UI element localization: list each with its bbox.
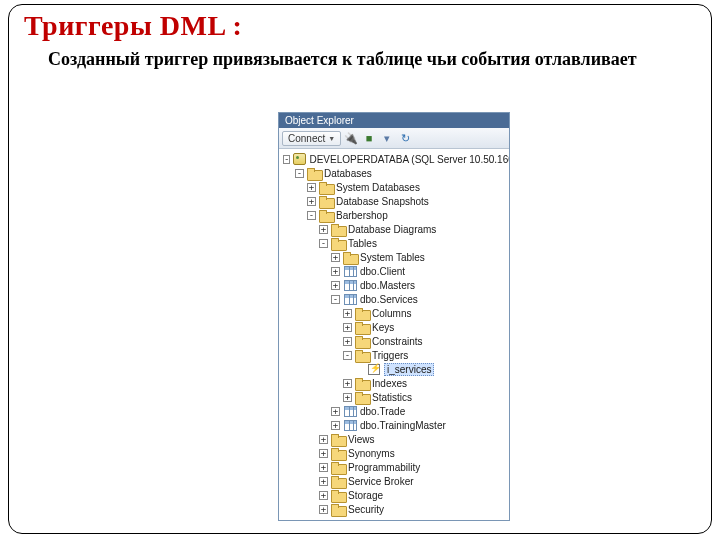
expand-icon[interactable]: +	[343, 337, 352, 346]
tree-item[interactable]: +dbo.Masters	[279, 278, 509, 292]
tree-item[interactable]: +Synonyms	[279, 446, 509, 460]
spacer	[355, 365, 364, 374]
table-icon	[343, 405, 357, 417]
tree-item-label: dbo.Trade	[360, 406, 405, 417]
tree-item[interactable]: +Columns	[279, 306, 509, 320]
expand-icon[interactable]: +	[319, 463, 328, 472]
expand-icon[interactable]: +	[319, 477, 328, 486]
tree-item[interactable]: +Views	[279, 432, 509, 446]
plug-icon[interactable]: 🔌	[343, 130, 359, 146]
folder-icon	[331, 489, 345, 501]
tree-item[interactable]: -DEVELOPERDATABA (SQL Server 10.50.1600 …	[279, 152, 509, 166]
folder-icon	[355, 377, 369, 389]
chevron-down-icon: ▼	[328, 135, 335, 142]
connect-label: Connect	[288, 133, 325, 144]
folder-icon	[343, 251, 357, 263]
folder-icon	[331, 237, 345, 249]
expand-icon[interactable]: +	[319, 449, 328, 458]
expand-icon[interactable]: +	[343, 323, 352, 332]
expand-icon[interactable]: +	[319, 435, 328, 444]
collapse-icon[interactable]: -	[319, 239, 328, 248]
tree-item[interactable]: +Programmability	[279, 460, 509, 474]
table-icon	[343, 265, 357, 277]
tree-item[interactable]: -Tables	[279, 236, 509, 250]
tree-item[interactable]: +Security	[279, 502, 509, 516]
expand-icon[interactable]: +	[307, 183, 316, 192]
expand-icon[interactable]: +	[343, 393, 352, 402]
tree-item[interactable]: +Keys	[279, 320, 509, 334]
tree-item-label: dbo.TrainingMaster	[360, 420, 446, 431]
expand-icon[interactable]: +	[319, 505, 328, 514]
folder-icon	[319, 181, 333, 193]
panel-toolbar: Connect ▼ 🔌 ■ ▾ ↻	[279, 128, 509, 149]
collapse-icon[interactable]: -	[307, 211, 316, 220]
tree-item-label: DEVELOPERDATABA (SQL Server 10.50.1600 -…	[309, 154, 509, 165]
tree-item[interactable]: +Service Broker	[279, 474, 509, 488]
folder-icon	[319, 195, 333, 207]
tree-item[interactable]: +Constraints	[279, 334, 509, 348]
tree-item-label: System Tables	[360, 252, 425, 263]
tree-item-label: Keys	[372, 322, 394, 333]
expand-icon[interactable]: +	[331, 421, 340, 430]
tree-view[interactable]: -DEVELOPERDATABA (SQL Server 10.50.1600 …	[279, 149, 509, 520]
expand-icon[interactable]: +	[331, 281, 340, 290]
folder-icon	[307, 167, 321, 179]
folder-icon	[331, 223, 345, 235]
tree-item[interactable]: +Indexes	[279, 376, 509, 390]
tree-item[interactable]: -Barbershop	[279, 208, 509, 222]
tree-item-label: Databases	[324, 168, 372, 179]
refresh-icon[interactable]: ↻	[397, 130, 413, 146]
tree-item[interactable]: i_services	[279, 362, 509, 376]
tree-item-label: Triggers	[372, 350, 408, 361]
tree-item[interactable]: +Storage	[279, 488, 509, 502]
expand-icon[interactable]: +	[319, 491, 328, 500]
tree-item[interactable]: +System Databases	[279, 180, 509, 194]
db-icon[interactable]: ■	[361, 130, 377, 146]
tree-item[interactable]: +dbo.Trade	[279, 404, 509, 418]
tree-item-label: dbo.Masters	[360, 280, 415, 291]
expand-icon[interactable]: +	[319, 225, 328, 234]
tree-item-label: Security	[348, 504, 384, 515]
collapse-icon[interactable]: -	[283, 155, 290, 164]
tree-item[interactable]: +Statistics	[279, 390, 509, 404]
tree-item-label: System Databases	[336, 182, 420, 193]
table-icon	[343, 419, 357, 431]
tree-item-label: dbo.Client	[360, 266, 405, 277]
tree-item[interactable]: +dbo.Client	[279, 264, 509, 278]
collapse-icon[interactable]: -	[295, 169, 304, 178]
expand-icon[interactable]: +	[307, 197, 316, 206]
tree-item-label: Synonyms	[348, 448, 395, 459]
tree-item[interactable]: +Database Diagrams	[279, 222, 509, 236]
folder-icon	[355, 335, 369, 347]
tree-item[interactable]: +dbo.TrainingMaster	[279, 418, 509, 432]
folder-icon	[355, 391, 369, 403]
table-icon	[343, 293, 357, 305]
expand-icon[interactable]: +	[331, 253, 340, 262]
slide-subtitle: Созданный триггер привязывается к таблиц…	[48, 48, 668, 71]
folder-icon	[319, 209, 333, 221]
tree-item[interactable]: +Database Snapshots	[279, 194, 509, 208]
tree-item[interactable]: -Triggers	[279, 348, 509, 362]
folder-icon	[355, 349, 369, 361]
folder-icon	[331, 461, 345, 473]
tree-item-label: Columns	[372, 308, 411, 319]
tree-item[interactable]: -Databases	[279, 166, 509, 180]
collapse-icon[interactable]: -	[343, 351, 352, 360]
folder-icon	[355, 307, 369, 319]
tree-item[interactable]: +System Tables	[279, 250, 509, 264]
filter-icon[interactable]: ▾	[379, 130, 395, 146]
expand-icon[interactable]: +	[331, 407, 340, 416]
table-icon	[343, 279, 357, 291]
expand-icon[interactable]: +	[331, 267, 340, 276]
tree-item-label: Indexes	[372, 378, 407, 389]
collapse-icon[interactable]: -	[331, 295, 340, 304]
folder-icon	[331, 503, 345, 515]
expand-icon[interactable]: +	[343, 379, 352, 388]
tree-item-label: Statistics	[372, 392, 412, 403]
connect-button[interactable]: Connect ▼	[282, 131, 341, 146]
tree-item[interactable]: -dbo.Services	[279, 292, 509, 306]
object-explorer-panel: Object Explorer Connect ▼ 🔌 ■ ▾ ↻ -DEVEL…	[278, 112, 510, 521]
folder-icon	[331, 447, 345, 459]
expand-icon[interactable]: +	[343, 309, 352, 318]
tree-item-label: Database Snapshots	[336, 196, 429, 207]
